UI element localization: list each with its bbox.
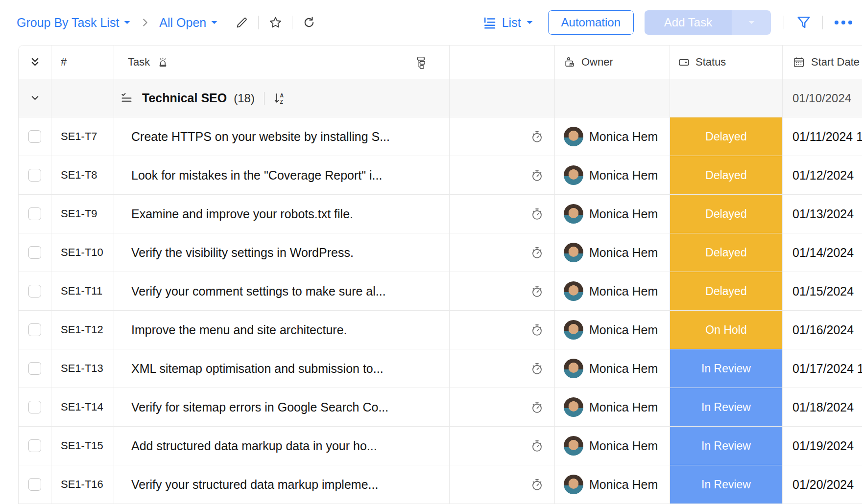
owner-cell: Monica Hem	[555, 117, 670, 156]
timer-icon[interactable]	[530, 362, 544, 375]
task-id-cell: SE1-T14	[51, 388, 114, 426]
status-badge[interactable]: Delayed	[670, 117, 782, 156]
task-column-label: Task	[128, 56, 150, 69]
status-badge[interactable]: On Hold	[670, 311, 782, 349]
group-status-cell	[670, 79, 783, 117]
sort-az-icon[interactable]: AZ	[273, 92, 287, 105]
add-task-button[interactable]: Add Task	[645, 10, 732, 35]
group-collapse-cell[interactable]	[19, 79, 51, 117]
start-date-column-header[interactable]: Start Date	[783, 46, 862, 79]
automation-button[interactable]: Automation	[548, 10, 634, 35]
timer-icon[interactable]	[530, 285, 544, 298]
task-title-cell: XML sitemap optimisation and submission …	[114, 349, 450, 388]
group-timer-cell	[450, 79, 555, 117]
refresh-icon[interactable]	[299, 13, 319, 32]
row-checkbox[interactable]	[28, 323, 41, 336]
task-title[interactable]: Look for mistakes in the "Coverage Repor…	[131, 168, 382, 183]
more-options-icon[interactable]	[832, 18, 855, 27]
status-badge[interactable]: In Review	[670, 349, 782, 388]
timer-icon[interactable]	[530, 323, 544, 337]
task-title[interactable]: Verify the visibility settings in WordPr…	[131, 246, 354, 260]
status-badge[interactable]: In Review	[670, 427, 782, 465]
task-id-cell: SE1-T8	[51, 156, 114, 194]
edit-icon[interactable]	[232, 13, 251, 32]
start-date-value: 01/18/2024	[792, 400, 854, 414]
row-checkbox[interactable]	[28, 439, 41, 452]
filter-icon[interactable]	[794, 13, 814, 32]
timer-cell	[450, 272, 555, 310]
task-title[interactable]: Verify for sitemap errors in Google Sear…	[131, 400, 388, 414]
owner-name: Monica Hem	[589, 130, 658, 144]
row-checkbox[interactable]	[28, 362, 41, 375]
task-id: SE1-T10	[61, 246, 103, 259]
timer-icon[interactable]	[530, 246, 544, 259]
row-checkbox[interactable]	[28, 478, 41, 491]
task-title[interactable]: Examine and improve your robots.txt file…	[131, 207, 353, 221]
timer-icon[interactable]	[530, 169, 544, 182]
id-column-header[interactable]: #	[51, 46, 114, 79]
timer-cell	[450, 388, 555, 426]
task-title[interactable]: XML sitemap optimisation and submission …	[131, 362, 383, 376]
start-date-cell: 01/20/2024	[783, 465, 862, 504]
subtask-hierarchy-icon[interactable]	[414, 56, 428, 69]
task-title[interactable]: Verify your comment settings to make sur…	[131, 284, 386, 298]
task-title[interactable]: Add structured data markup data in your …	[131, 439, 377, 453]
timer-cell	[450, 195, 555, 233]
task-id-cell: SE1-T13	[51, 349, 114, 388]
owner-name: Monica Hem	[589, 323, 658, 337]
status-badge[interactable]: Delayed	[670, 233, 782, 272]
add-task-label: Add Task	[664, 16, 712, 29]
view-label: List	[502, 16, 521, 30]
task-title-cell: Add structured data markup data in your …	[114, 427, 450, 465]
timer-icon[interactable]	[530, 401, 544, 414]
row-checkbox[interactable]	[28, 130, 41, 143]
owner-column-header[interactable]: Owner	[555, 46, 670, 79]
row-checkbox[interactable]	[28, 169, 41, 182]
row-checkbox[interactable]	[28, 285, 41, 298]
divider	[292, 16, 292, 29]
row-checkbox[interactable]	[28, 246, 41, 259]
task-id-cell: SE1-T7	[51, 117, 114, 156]
status-column-header[interactable]: Status	[670, 46, 783, 79]
owner-cell: Monica Hem	[555, 272, 670, 310]
collapse-all-cell[interactable]	[19, 46, 51, 79]
start-date-value: 01/14/2024	[792, 246, 854, 260]
timer-icon[interactable]	[530, 478, 544, 491]
owner-name: Monica Hem	[589, 246, 658, 260]
task-title[interactable]: Create HTTPS on your website by installi…	[131, 130, 390, 144]
status-badge[interactable]: Delayed	[670, 195, 782, 233]
view-dropdown[interactable]: List	[482, 15, 533, 30]
task-title[interactable]: Improve the menu and site architecture.	[131, 323, 347, 337]
start-date-cell: 01/13/2024	[783, 195, 862, 233]
add-task-dropdown-button[interactable]	[732, 10, 771, 35]
avatar	[564, 436, 583, 456]
avatar	[564, 359, 583, 378]
start-date-column-label: Start Date	[811, 56, 860, 69]
task-title[interactable]: Verify your structured data markup imple…	[131, 478, 378, 492]
collapse-group-icon[interactable]	[29, 92, 41, 104]
status-badge[interactable]: Delayed	[670, 156, 782, 194]
task-id-cell: SE1-T12	[51, 311, 114, 349]
group-by-dropdown[interactable]: Group By Task List	[17, 16, 131, 30]
divider	[822, 16, 823, 29]
start-date-value: 01/15/2024	[792, 284, 854, 298]
open-filter-dropdown[interactable]: All Open	[159, 16, 218, 30]
task-id-cell: SE1-T11	[51, 272, 114, 310]
timer-icon[interactable]	[530, 207, 544, 221]
row-checkbox[interactable]	[28, 207, 41, 220]
task-column-header[interactable]: Task	[114, 46, 450, 79]
timer-icon[interactable]	[530, 130, 544, 143]
avatar	[564, 243, 583, 262]
timer-icon[interactable]	[530, 439, 544, 453]
status-badge[interactable]: Delayed	[670, 272, 782, 310]
owner-name: Monica Hem	[589, 284, 658, 298]
collapse-all-icon[interactable]	[29, 56, 41, 69]
favorite-star-icon[interactable]	[265, 13, 285, 32]
status-badge[interactable]: In Review	[670, 388, 782, 426]
avatar	[564, 397, 583, 417]
owner-name: Monica Hem	[589, 400, 658, 414]
row-checkbox[interactable]	[28, 401, 41, 413]
alarm-icon	[157, 56, 169, 69]
start-date-value: 01/20/2024	[792, 478, 854, 492]
status-badge[interactable]: In Review	[670, 465, 782, 504]
